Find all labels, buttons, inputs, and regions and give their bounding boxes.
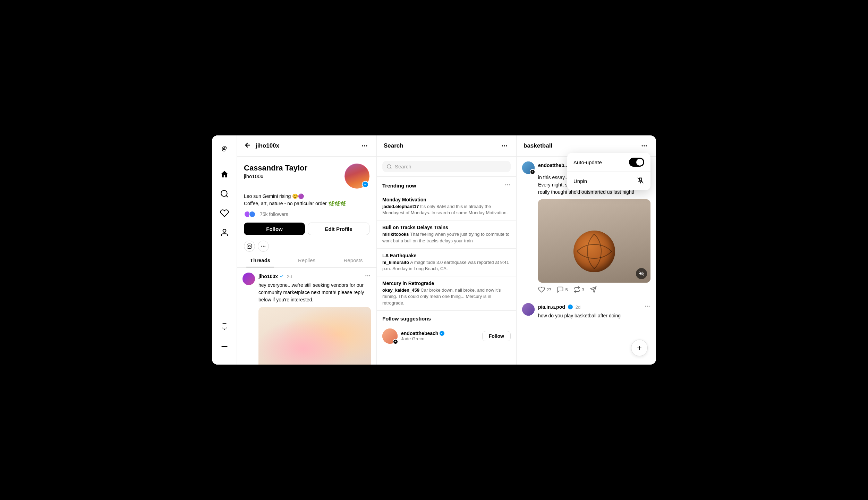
basketball-post1-username: endoattheb... [538,162,568,168]
like-count-1: 27 [546,287,551,292]
suggestion-verified-icon [440,331,444,336]
suggestion-avatar-0: + [382,328,398,344]
search-column: Search Trending now [377,135,517,365]
profile-section: Cassandra Taylor jiho100x [237,157,376,252]
tab-threads[interactable]: Threads [237,253,283,267]
trending-more-button[interactable] [504,182,511,189]
tab-replies[interactable]: Replies [283,253,330,267]
trending-item-title-3: Mercury in Retrograde [382,281,511,286]
trending-item-title-2: LA Earthquake [382,253,511,258]
post-image [258,307,371,365]
profile-col-content: Cassandra Taylor jiho100x [237,157,376,365]
svg-point-12 [365,275,366,276]
trending-item-1[interactable]: Bull on Tracks Delays Trains mirikitcook… [377,220,516,248]
svg-point-33 [645,306,646,307]
svg-point-19 [505,184,506,185]
svg-point-35 [649,306,650,307]
trending-item-sub-3: okay_kaiden_459 Car broke down, nail bro… [382,287,511,306]
sidebar-divider [216,338,233,355]
follow-button[interactable]: Follow [244,223,305,235]
dropdown-unpin-label: Unpin [573,178,587,184]
search-input[interactable] [395,164,507,169]
post-more-button[interactable] [365,273,371,280]
basketball-post1-image [538,199,650,283]
svg-point-14 [369,275,370,276]
dropdown-auto-update[interactable]: Auto-update [567,153,650,172]
like-button-1[interactable]: 27 [538,286,551,293]
suggestion-info-0: endoatthebeach Jade Greco [401,331,479,341]
verified-icon-post [279,274,284,280]
svg-point-4 [362,145,363,146]
trending-item-title-1: Bull on Tracks Delays Trains [382,225,511,230]
svg-point-6 [366,145,367,146]
suggestion-item-0: + endoatthebeach Jade Greco Follow [377,325,516,347]
basketball-post2-username: pia.in.a.pod [538,304,565,310]
sidebar-item-home[interactable] [216,166,233,183]
tab-reposts[interactable]: Reposts [330,253,376,267]
suggestions-header: Follow suggestions [377,311,516,325]
svg-point-11 [264,246,265,247]
profile-followers: 75k followers [244,211,369,218]
svg-point-13 [367,275,368,276]
sidebar-item-search[interactable] [216,185,233,202]
search-col-header: Search [377,135,516,157]
sidebar-bottom [216,319,233,358]
post-text: hey everyone...we're still seeking vendo… [258,282,371,303]
profile-actions: Follow Edit Profile [244,223,369,235]
profile-col-more-button[interactable] [360,141,369,151]
basketball-post2-time: 2d [576,305,580,310]
follower-avatars [244,211,254,218]
svg-point-20 [507,184,508,185]
sidebar: @ [212,135,237,365]
repost-button-1[interactable]: 3 [573,286,584,293]
svg-point-16 [504,145,505,146]
svg-point-9 [261,246,262,247]
more-options-icon-btn[interactable] [258,241,269,252]
verified-badge [362,181,369,188]
svg-point-21 [509,184,510,185]
comment-count-1: 5 [565,287,568,292]
trending-item-sub-2: hi_kimuraito A magnitude 3.0 earthquake … [382,259,511,272]
sidebar-item-profile[interactable] [216,224,233,241]
add-post-button[interactable]: + [631,340,648,356]
edit-profile-button[interactable]: Edit Profile [308,223,369,235]
svg-point-23 [644,145,645,146]
auto-update-toggle[interactable] [629,158,644,167]
profile-avatar [344,164,369,189]
sidebar-item-pin[interactable] [216,319,233,335]
share-button-1[interactable] [590,286,597,293]
suggestion-handle-0: Jade Greco [401,336,479,341]
thread-post: jiho100x 2d [237,268,376,365]
trending-item-sub-0: jaded.elephant17 It's only 8AM and this … [382,203,511,216]
svg-point-34 [647,306,648,307]
dropdown-unpin[interactable]: Unpin [567,172,650,190]
svg-rect-3 [221,346,227,347]
comment-button-1[interactable]: 5 [557,286,568,293]
instagram-icon-btn[interactable] [244,241,255,252]
trending-header: Trending now [377,177,516,193]
svg-text:@: @ [222,145,227,151]
mute-button[interactable] [636,268,647,279]
search-col-more-button[interactable] [500,141,509,151]
post-avatar [242,273,255,285]
basketball-post2-more[interactable] [644,303,650,311]
profile-col-header: jiho100x [237,135,376,157]
profile-social-icons [244,241,369,252]
sidebar-item-activity[interactable] [216,205,233,222]
profile-name: Cassandra Taylor [244,164,307,173]
trending-item-3[interactable]: Mercury in Retrograde okay_kaiden_459 Ca… [377,276,516,311]
svg-point-24 [646,145,647,146]
svg-point-18 [387,165,391,168]
trending-item-0[interactable]: Monday Motivation jaded.elephant17 It's … [377,193,516,220]
basketball-col-more-button[interactable] [639,141,649,151]
columns: jiho100x Cassandra Taylor jiho100x [237,135,656,365]
suggestion-follow-button-0[interactable]: Follow [482,331,511,341]
search-bar[interactable] [382,161,511,172]
profile-tabs: Threads Replies Reposts [237,253,376,268]
trending-item-2[interactable]: LA Earthquake hi_kimuraito A magnitude 3… [377,249,516,276]
back-button[interactable] [244,141,252,151]
search-col-title: Search [384,142,403,149]
post-header: jiho100x 2d [258,273,371,280]
unpin-icon [637,177,644,185]
svg-point-17 [506,145,507,146]
